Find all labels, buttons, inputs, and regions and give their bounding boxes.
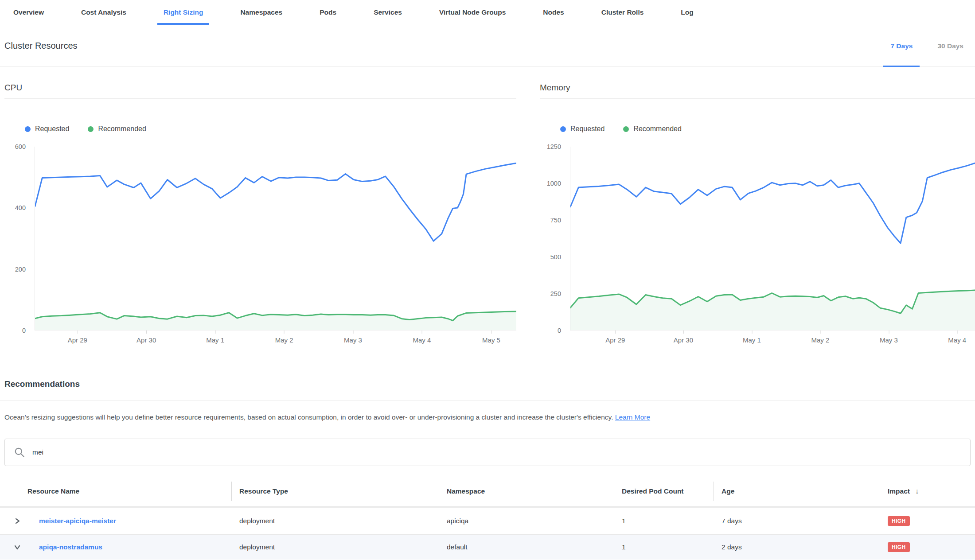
- cpu-chart-panel: CPU Requested Recommended 6004002000 Apr…: [4, 83, 516, 350]
- memory-x-axis: Apr 29Apr 30May 1May 2May 3May 4: [570, 331, 975, 350]
- legend-requested-label: Requested: [35, 125, 69, 133]
- charts-row: CPU Requested Recommended 6004002000 Apr…: [0, 67, 975, 350]
- legend-requested-label: Requested: [570, 125, 604, 133]
- cell-age: 2 days: [714, 543, 880, 551]
- cell-namespace: apiciqa: [439, 517, 614, 525]
- header-age[interactable]: Age: [714, 477, 880, 506]
- cpu-y-axis: 6004002000: [4, 147, 35, 331]
- chevron-right-icon: [14, 518, 20, 524]
- cell-resource-type: deployment: [231, 543, 439, 551]
- header-desired-pod-count[interactable]: Desired Pod Count: [614, 477, 714, 506]
- tab-pods[interactable]: Pods: [320, 0, 336, 25]
- cpu-chart-title: CPU: [4, 83, 516, 99]
- learn-more-link[interactable]: Learn More: [615, 413, 650, 421]
- chevron-down-icon: [14, 544, 20, 550]
- tab-virtual-node-groups[interactable]: Virtual Node Groups: [439, 0, 506, 25]
- recommended-dot-icon: [623, 126, 629, 132]
- memory-chart-title: Memory: [540, 83, 975, 99]
- cell-age: 7 days: [714, 517, 880, 525]
- legend-requested[interactable]: Requested: [25, 125, 69, 133]
- memory-line-chart: [570, 147, 975, 330]
- description-text: Ocean's resizing suggestions will help y…: [4, 413, 613, 421]
- tab-right-sizing[interactable]: Right Sizing: [164, 0, 203, 25]
- sort-desc-icon[interactable]: ↓: [915, 487, 919, 495]
- search-box[interactable]: [4, 439, 971, 466]
- table-header-row: Resource Name Resource Type Namespace De…: [0, 477, 975, 506]
- legend-recommended-label: Recommended: [98, 125, 146, 133]
- cpu-chart-legend: Requested Recommended: [25, 124, 516, 133]
- cpu-line-chart: [35, 147, 516, 330]
- cell-desired-pod-count: 1: [614, 517, 714, 525]
- impact-badge-high: HIGH: [888, 516, 910, 526]
- recommended-dot-icon: [88, 126, 94, 132]
- resource-name-link[interactable]: meister-apiciqa-meister: [39, 517, 116, 525]
- recommendations-title: Recommendations: [4, 379, 971, 389]
- search-icon: [14, 447, 25, 458]
- recommendations-description: Ocean's resizing suggestions will help y…: [0, 401, 975, 423]
- header-namespace[interactable]: Namespace: [439, 477, 614, 506]
- tab-overview[interactable]: Overview: [13, 0, 44, 25]
- tab-nodes[interactable]: Nodes: [543, 0, 564, 25]
- tab-bar: Overview Cost Analysis Right Sizing Name…: [0, 0, 975, 25]
- header-resource-name[interactable]: Resource Name: [0, 477, 231, 506]
- expand-row-button[interactable]: [13, 517, 21, 525]
- cluster-resources-header: Cluster Resources 7 Days 30 Days: [0, 25, 975, 67]
- collapse-row-button[interactable]: [13, 543, 21, 551]
- requested-dot-icon: [25, 126, 31, 132]
- tab-services[interactable]: Services: [374, 0, 402, 25]
- header-impact[interactable]: Impact ↓: [880, 477, 975, 506]
- recommendations-table: Resource Name Resource Type Namespace De…: [0, 477, 975, 560]
- legend-recommended[interactable]: Recommended: [88, 125, 146, 133]
- tab-log[interactable]: Log: [681, 0, 693, 25]
- table-row: apiqa-nostradamus deployment default 1 2…: [0, 534, 975, 560]
- table-row: meister-apiciqa-meister deployment apici…: [0, 508, 975, 534]
- memory-plot-area: [570, 147, 975, 331]
- tab-cost-analysis[interactable]: Cost Analysis: [81, 0, 126, 25]
- impact-badge-high: HIGH: [888, 542, 910, 552]
- cell-namespace: default: [439, 543, 614, 551]
- cell-desired-pod-count: 1: [614, 543, 714, 551]
- resource-name-link[interactable]: apiqa-nostradamus: [39, 543, 102, 551]
- range-7-days[interactable]: 7 Days: [890, 25, 913, 66]
- recommendations-section: Recommendations Ocean's resizing suggest…: [0, 379, 975, 560]
- section-title: Cluster Resources: [4, 41, 78, 51]
- tab-namespaces[interactable]: Namespaces: [240, 0, 282, 25]
- memory-chart-panel: Memory Requested Recommended 12501000750…: [540, 83, 975, 350]
- header-resource-type[interactable]: Resource Type: [231, 477, 439, 506]
- cpu-plot-area: [35, 147, 516, 331]
- legend-recommended-label: Recommended: [633, 125, 682, 133]
- range-30-days[interactable]: 30 Days: [937, 25, 963, 66]
- legend-requested[interactable]: Requested: [560, 125, 604, 133]
- memory-y-axis: 125010007505002500: [540, 147, 570, 331]
- time-range-toggle: 7 Days 30 Days: [890, 25, 963, 66]
- requested-dot-icon: [560, 126, 566, 132]
- legend-recommended[interactable]: Recommended: [623, 125, 682, 133]
- memory-chart-legend: Requested Recommended: [560, 124, 975, 133]
- cell-resource-type: deployment: [231, 517, 439, 525]
- header-impact-label: Impact: [888, 487, 910, 495]
- tab-cluster-rolls[interactable]: Cluster Rolls: [601, 0, 644, 25]
- cpu-x-axis: Apr 29Apr 30May 1May 2May 3May 4May 5: [35, 331, 516, 350]
- search-input[interactable]: [32, 448, 961, 456]
